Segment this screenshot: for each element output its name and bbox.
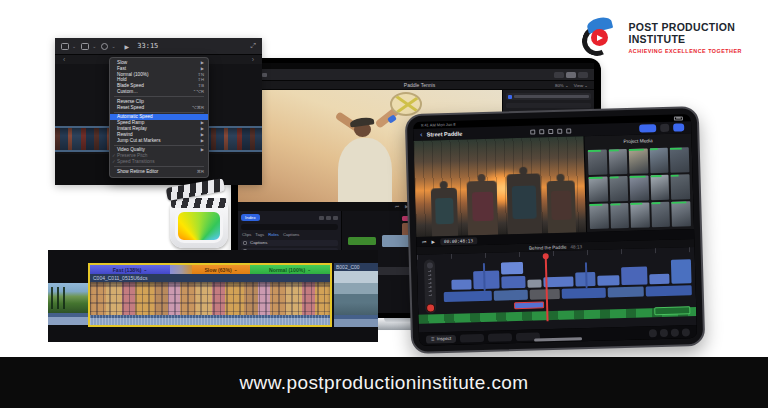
media-thumbnail[interactable] <box>650 148 669 174</box>
timeline-clip[interactable] <box>585 262 588 288</box>
timeline-clip[interactable] <box>562 288 606 299</box>
speed-segment-fast[interactable]: Fast (138%) ⌄ <box>90 265 170 274</box>
timeline-clip[interactable] <box>543 277 573 288</box>
inspector-row[interactable] <box>506 103 591 109</box>
media-thumbnail[interactable] <box>670 147 689 173</box>
record-voiceover-button[interactable] <box>426 303 435 312</box>
media-thumbnail[interactable] <box>589 204 608 230</box>
bottom-tool-pill[interactable] <box>460 334 484 343</box>
next-clip[interactable]: B002_C00 <box>334 263 378 327</box>
menu-item-custom[interactable]: Custom…⌃⌥R <box>110 89 208 95</box>
menu-item-reset-speed[interactable]: Reset Speed⌥⌘R <box>110 105 208 111</box>
media-thumbnail[interactable] <box>651 202 670 228</box>
index-icon[interactable] <box>326 216 331 220</box>
tool-icon[interactable] <box>539 129 544 134</box>
tool-icon[interactable] <box>557 128 562 133</box>
head-shape <box>556 174 564 182</box>
media-thumbnail[interactable] <box>650 175 669 201</box>
play-icon[interactable]: ▶ <box>125 43 130 50</box>
media-thumbnail[interactable] <box>609 176 628 202</box>
inspect-label: Inspect <box>437 336 452 341</box>
media-thumbnail[interactable] <box>672 201 691 227</box>
viewer-view-menu[interactable]: View ⌄ <box>574 83 588 88</box>
ipad-timeline[interactable] <box>417 247 697 333</box>
speed-segment-slow[interactable]: Slow (63%) ⌄ <box>192 265 250 274</box>
retime-tool-icon[interactable] <box>101 43 108 50</box>
speed-segment-normal[interactable]: Normal (100%) ⌄ <box>250 265 330 274</box>
selected-clip[interactable]: Fast (138%) ⌄ Slow (63%) ⌄ Normal (100%)… <box>88 263 332 327</box>
menu-item-show-retime-editor[interactable]: Show Retime Editor⌘R <box>110 169 208 175</box>
timeline-clip[interactable] <box>671 259 692 284</box>
clapper-stripe-row <box>171 198 227 208</box>
crop-tool-icon[interactable] <box>61 43 69 50</box>
prev-frame-icon[interactable]: ‹ <box>63 56 65 64</box>
viewer-zoom-menu[interactable]: 80% ⌄ <box>555 83 569 88</box>
transport-timecode: 00:00:48:13 <box>440 237 477 245</box>
index-button[interactable]: Index <box>241 214 260 221</box>
media-thumbnail[interactable] <box>589 177 608 203</box>
media-thumbnail[interactable] <box>608 149 627 175</box>
media-thumbnail[interactable] <box>588 150 607 176</box>
bottom-icon[interactable] <box>671 328 679 336</box>
back-chevron-icon[interactable]: ‹ <box>420 130 423 140</box>
timeline-clip[interactable] <box>494 290 528 301</box>
timeline-clip[interactable] <box>501 276 525 289</box>
jog-top-button[interactable] <box>426 262 432 268</box>
index-row-captions[interactable]: Captions <box>241 240 338 246</box>
next-frame-icon[interactable]: › <box>252 56 254 64</box>
timeline-clip[interactable] <box>649 274 669 285</box>
timeline-clip[interactable] <box>444 291 492 302</box>
index-icon[interactable] <box>319 216 324 220</box>
menu-item-speed-transitions[interactable]: ✓Speed Transitions <box>110 159 208 165</box>
paddle-racket <box>390 92 422 116</box>
bottom-icon[interactable] <box>660 328 668 336</box>
media-thumbnail[interactable] <box>630 202 649 228</box>
media-thumbnail[interactable] <box>629 148 648 174</box>
skip-back-icon[interactable]: ⏮ <box>422 239 426 244</box>
backpack-shape <box>471 192 493 222</box>
timeline-clip[interactable] <box>451 279 471 290</box>
timeline-clip[interactable] <box>597 275 619 286</box>
menu-item-jump-cut-at-markers[interactable]: Jump Cut at Markers▶ <box>110 138 208 144</box>
jog-wheel[interactable] <box>424 259 437 313</box>
timeline-clip[interactable] <box>646 285 692 296</box>
timeline-clip[interactable] <box>527 279 541 287</box>
home-indicator[interactable] <box>534 337 582 341</box>
timeline-clip[interactable] <box>501 262 523 275</box>
index-tab-tags[interactable]: Tags <box>255 232 264 237</box>
timeline-clip[interactable] <box>473 271 499 290</box>
bottom-icon[interactable] <box>682 328 690 336</box>
media-thumbnail[interactable] <box>671 174 690 200</box>
view-button-active[interactable] <box>566 72 576 78</box>
timeline-clip[interactable] <box>348 237 376 245</box>
tool-icon[interactable] <box>548 129 553 134</box>
tool-icon[interactable] <box>566 128 571 133</box>
timeline-clip[interactable] <box>608 287 644 298</box>
index-icon[interactable] <box>333 216 338 220</box>
speed-transition[interactable] <box>170 265 192 274</box>
play-icon[interactable]: ▶ <box>431 239 435 244</box>
media-thumbnail[interactable] <box>630 175 649 201</box>
toolbar-icon[interactable] <box>262 73 267 77</box>
bottom-icon[interactable] <box>649 329 657 337</box>
view-button[interactable] <box>554 72 564 78</box>
import-button[interactable] <box>639 124 656 132</box>
index-tab-clips[interactable]: Clips <box>242 232 251 237</box>
checkbox-icon[interactable] <box>243 241 247 245</box>
skip-back-icon[interactable]: ⏮ <box>395 204 399 209</box>
inspect-button[interactable]: ☰ Inspect <box>426 334 456 343</box>
index-tab-roles[interactable]: Roles <box>268 232 279 237</box>
view-button[interactable] <box>578 72 588 78</box>
tool-icon[interactable] <box>530 129 535 134</box>
timeline-clip[interactable] <box>514 301 544 309</box>
timeline-clip[interactable] <box>483 263 486 291</box>
effects-tool-icon[interactable] <box>81 43 89 50</box>
index-tab-captions[interactable]: Captions <box>283 232 300 237</box>
media-button[interactable] <box>660 124 669 132</box>
fullscreen-icon[interactable]: ⤢ <box>250 42 256 50</box>
search-input[interactable] <box>241 224 338 230</box>
timeline-clip[interactable] <box>621 266 647 285</box>
media-thumbnail[interactable] <box>610 203 629 229</box>
share-button[interactable] <box>673 123 684 131</box>
bottom-tool-pill[interactable] <box>488 333 512 342</box>
